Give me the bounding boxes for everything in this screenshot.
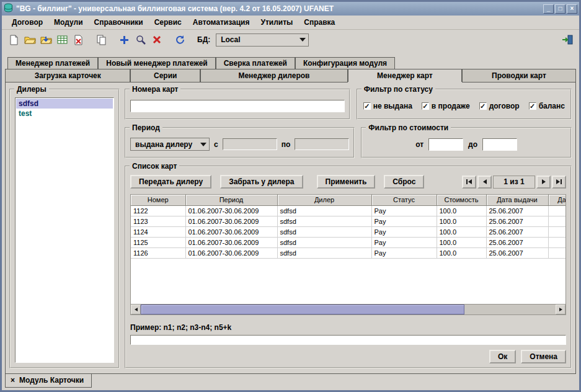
card-numbers-entry-input[interactable] xyxy=(130,335,566,345)
cell[interactable] xyxy=(548,226,566,237)
next-page-icon[interactable] xyxy=(536,176,551,189)
cell[interactable]: 25.06.2007 xyxy=(486,205,548,216)
cost-from-input[interactable] xyxy=(428,138,463,151)
table-row[interactable]: 112501.06.2007-30.06.2009sdfsdPay100.025… xyxy=(131,237,566,247)
checkbox-check-icon[interactable]: ✓ xyxy=(422,102,429,110)
exit-icon[interactable] xyxy=(560,33,574,47)
menu-spravka[interactable]: Справка xyxy=(299,17,340,28)
table-row[interactable]: 112601.06.2007-30.06.2009sdfsdPay100.025… xyxy=(131,247,566,258)
close-button[interactable]: × xyxy=(567,4,577,14)
period-type-combobox[interactable]: выдана дилеру xyxy=(130,138,210,151)
cell[interactable]: 100.0 xyxy=(437,205,486,216)
tab-manager-dilerov[interactable]: Менеджер дилеров xyxy=(200,69,348,82)
cell[interactable]: 01.06.2007-30.06.2009 xyxy=(185,205,277,216)
add-icon[interactable] xyxy=(117,33,131,47)
ok-button[interactable]: Ок xyxy=(489,350,516,363)
cell[interactable]: 25.06.2007 xyxy=(486,216,548,226)
checkbox-ne-vydana[interactable]: ✓не выдана xyxy=(363,102,412,110)
cell[interactable]: sdfsd xyxy=(277,237,371,247)
first-page-icon[interactable] xyxy=(462,176,476,189)
menu-avtomatizatsiya[interactable]: Автоматизация xyxy=(188,17,255,28)
dealers-list[interactable]: sdfsd test xyxy=(15,97,114,363)
checkbox-check-icon[interactable]: ✓ xyxy=(479,102,487,110)
cell[interactable]: 01.06.2007-30.06.2009 xyxy=(185,237,277,247)
prev-page-icon[interactable] xyxy=(477,176,492,189)
refresh-icon[interactable] xyxy=(172,33,187,47)
cell[interactable]: 1124 xyxy=(131,226,185,237)
checkbox-dogovor[interactable]: ✓договор xyxy=(479,102,520,110)
tab-provodki-kart[interactable]: Проводки карт xyxy=(462,69,576,82)
cost-to-input[interactable] xyxy=(482,138,517,151)
col-period[interactable]: Период xyxy=(185,195,277,205)
cell[interactable] xyxy=(548,247,566,258)
cell[interactable]: 100.0 xyxy=(437,226,486,237)
menu-utility[interactable]: Утилиты xyxy=(255,17,298,28)
cell[interactable]: 25.06.2007 xyxy=(486,247,548,258)
scrollbar-track[interactable] xyxy=(141,305,556,314)
cell[interactable]: Pay xyxy=(371,247,437,258)
table-row[interactable]: 112401.06.2007-30.06.2009sdfsdPay100.025… xyxy=(131,226,566,237)
col-nomer[interactable]: Номер xyxy=(131,195,185,205)
chevron-down-icon[interactable] xyxy=(297,34,308,46)
col-data-ak[interactable]: Дата ак xyxy=(548,195,566,205)
cell[interactable]: 01.06.2007-30.06.2009 xyxy=(185,226,277,237)
open-folder-icon[interactable] xyxy=(23,33,37,47)
table-icon[interactable] xyxy=(55,33,69,47)
col-diler[interactable]: Дилер xyxy=(277,195,371,205)
table-row[interactable]: 112301.06.2007-30.06.2009sdfsdPay100.025… xyxy=(131,216,566,226)
table-row[interactable]: 112201.06.2007-30.06.2009sdfsdPay100.025… xyxy=(131,205,566,216)
col-status[interactable]: Статус xyxy=(371,195,437,205)
scroll-right-icon[interactable] xyxy=(556,305,565,314)
cell[interactable]: sdfsd xyxy=(277,216,371,226)
cell[interactable]: 25.06.2007 xyxy=(486,237,548,247)
menu-moduli[interactable]: Модули xyxy=(49,17,87,28)
col-data-vydachi[interactable]: Дата выдачи xyxy=(486,195,548,205)
checkbox-check-icon[interactable]: ✓ xyxy=(363,102,371,110)
tab-manager-kart[interactable]: Менеджер карт xyxy=(348,69,462,82)
cell[interactable] xyxy=(548,216,566,226)
new-document-icon[interactable] xyxy=(7,33,21,47)
list-item[interactable]: sdfsd xyxy=(16,99,113,109)
cell[interactable]: sdfsd xyxy=(277,247,371,258)
horizontal-scrollbar[interactable] xyxy=(130,305,566,315)
chevron-down-icon[interactable] xyxy=(198,138,209,150)
checkbox-check-icon[interactable]: ✓ xyxy=(529,102,536,110)
cell[interactable] xyxy=(548,205,566,216)
list-item[interactable]: test xyxy=(16,109,113,118)
tab-konfiguratsiya-modulya[interactable]: Конфигурация модуля xyxy=(295,57,395,69)
cell[interactable]: Pay xyxy=(371,205,437,216)
tab-zagruzka-kartochek[interactable]: Загрузка карточек xyxy=(5,69,130,82)
tab-manager-platezhey[interactable]: Менеджер платежей xyxy=(7,57,98,69)
cell[interactable]: 100.0 xyxy=(437,216,486,226)
menu-servis[interactable]: Сервис xyxy=(149,17,187,28)
tab-sverka-platezhey[interactable]: Сверка платежей xyxy=(216,57,295,69)
delete-icon[interactable] xyxy=(149,33,164,47)
cell[interactable]: 1122 xyxy=(131,205,185,216)
menu-spravochniki[interactable]: Справочники xyxy=(89,17,148,28)
maximize-button[interactable]: □ xyxy=(555,4,565,14)
cell[interactable] xyxy=(548,237,566,247)
cell[interactable]: 25.06.2007 xyxy=(486,226,548,237)
last-page-icon[interactable] xyxy=(552,176,566,189)
cell[interactable]: sdfsd xyxy=(277,205,371,216)
close-module-icon[interactable]: × xyxy=(11,376,15,384)
apply-button[interactable]: Применить xyxy=(317,175,376,189)
cell[interactable]: Pay xyxy=(371,216,437,226)
cell[interactable]: Pay xyxy=(371,237,437,247)
module-tab-kartochki[interactable]: × Модуль Карточки xyxy=(5,374,92,388)
cell[interactable]: Pay xyxy=(371,226,437,237)
checkbox-v-prodazhe[interactable]: ✓в продаже xyxy=(422,102,470,110)
take-from-dealer-button[interactable]: Забрать у дилера xyxy=(220,175,303,189)
folder-import-icon[interactable] xyxy=(39,33,53,47)
give-to-dealer-button[interactable]: Передать дилеру xyxy=(130,175,211,189)
reset-button[interactable]: Сброс xyxy=(384,175,424,189)
cell[interactable]: 100.0 xyxy=(437,237,486,247)
cell[interactable]: 1125 xyxy=(131,237,185,247)
tab-serii[interactable]: Серии xyxy=(130,69,200,82)
card-numbers-input[interactable] xyxy=(130,100,345,112)
cancel-button[interactable]: Отмена xyxy=(521,350,566,363)
tab-novyy-manager-platezhey[interactable]: Новый менеджер платежей xyxy=(98,57,215,69)
cards-table[interactable]: Номер Период Дилер Статус Стоимость Дата… xyxy=(131,195,566,259)
cell[interactable]: 100.0 xyxy=(437,247,486,258)
db-combobox[interactable]: Local xyxy=(216,33,309,47)
